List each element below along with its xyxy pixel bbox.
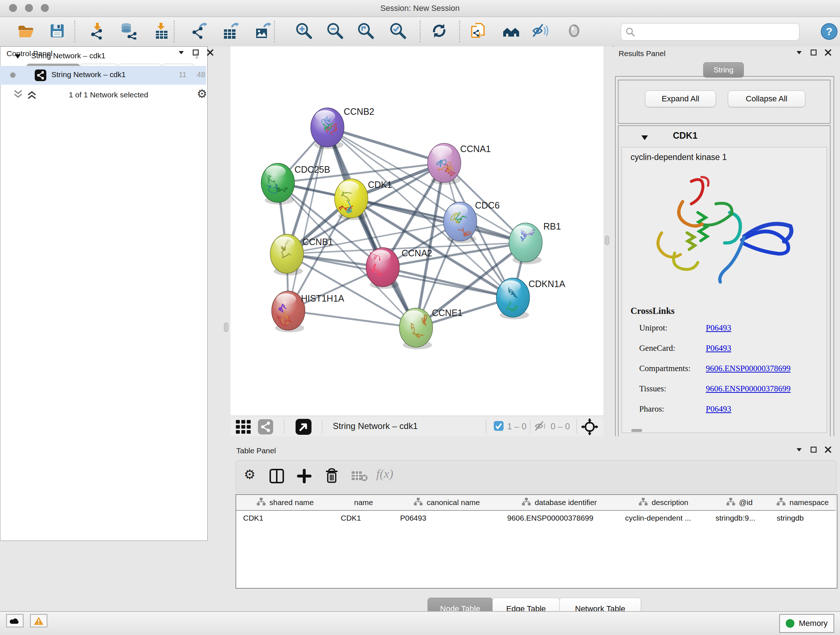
collapse-all-button[interactable]: Collapse All: [728, 90, 805, 107]
right-splitter[interactable]: [603, 46, 612, 436]
tab-string[interactable]: String: [703, 62, 744, 78]
table-cell[interactable]: CDK1: [334, 511, 393, 525]
crosslink-value-link[interactable]: P06493: [706, 404, 731, 414]
zoom-in-icon[interactable]: [295, 22, 313, 40]
gene-detail-box: cyclin-dependent kinase 1 Cros: [622, 147, 827, 433]
node-CCNA1[interactable]: [428, 143, 461, 185]
cloud-status-button[interactable]: [6, 614, 24, 627]
column-label: @id: [739, 498, 753, 507]
edge-HIST1H1A-CCNE1[interactable]: [288, 310, 416, 328]
left-splitter[interactable]: [222, 46, 231, 611]
zoom-fit-icon[interactable]: [357, 22, 374, 40]
gene-section-collapse-icon[interactable]: [641, 135, 648, 141]
show-columns-icon[interactable]: [269, 469, 284, 485]
table-settings-gear-icon[interactable]: ⚙: [244, 467, 256, 482]
zoom-out-icon[interactable]: [326, 22, 344, 40]
node-label-CDKN1A: CDKN1A: [529, 279, 565, 289]
warning-status-button[interactable]: [30, 614, 47, 627]
zoom-selected-icon[interactable]: [389, 22, 407, 40]
column-label: name: [354, 498, 373, 507]
node-CCNA2[interactable]: [366, 248, 399, 289]
save-session-icon[interactable]: [49, 22, 66, 40]
delete-column-icon[interactable]: [324, 468, 339, 485]
crosslink-value-link[interactable]: 9606.ENSP00000378699: [706, 384, 791, 394]
table-cell[interactable]: stringdb:9...: [709, 511, 770, 525]
birds-eye-view-icon[interactable]: [235, 420, 251, 435]
export-network-icon[interactable]: [191, 22, 208, 40]
results-panel: Results Panel String Expand All Collapse…: [615, 46, 840, 437]
panel-float-icon[interactable]: [810, 447, 817, 453]
node-CCNE1[interactable]: [399, 308, 433, 349]
column-header-database-identifier[interactable]: database identifier: [500, 495, 619, 511]
node-RB1[interactable]: [509, 223, 542, 264]
node-CDC6[interactable]: [444, 202, 477, 243]
panel-float-icon[interactable]: [810, 49, 817, 56]
network-options-gear-icon[interactable]: ⚙: [197, 87, 207, 101]
left-splitter-handle[interactable]: [224, 323, 228, 332]
edge-CCNA2-CDKN1A[interactable]: [383, 267, 513, 298]
node-CCNB1[interactable]: [270, 234, 303, 276]
panel-close-icon[interactable]: [825, 49, 831, 56]
search-input[interactable]: [621, 23, 799, 41]
column-type-icon: [414, 497, 423, 508]
panel-close-icon[interactable]: [825, 447, 831, 453]
network-row-selected[interactable]: String Network – cdk1 11 48: [0, 66, 206, 85]
footer-separator: [530, 419, 531, 434]
results-scrollbar-thumb[interactable]: [631, 429, 642, 432]
network-canvas[interactable]: CCNB2CCNA1CDC25BCDK1CDC6RB1CCNB1CCNA2CDK…: [231, 46, 603, 416]
column-header-description[interactable]: description: [618, 495, 709, 511]
column-header-namespace[interactable]: namespace: [770, 495, 836, 511]
network-collection-row[interactable]: String Network – cdk1 1: [0, 47, 206, 66]
table-cell[interactable]: P06493: [393, 511, 500, 525]
edge-CCNB2-CCNA1[interactable]: [327, 127, 444, 163]
table-cell[interactable]: CDK1: [236, 511, 334, 525]
table-cell[interactable]: cyclin-dependent ...: [618, 511, 709, 525]
column-header-name[interactable]: name: [334, 495, 393, 511]
node-CDC25B[interactable]: [261, 163, 294, 204]
node-gloss: [315, 110, 335, 122]
column-header-shared-name[interactable]: shared name: [236, 495, 334, 511]
import-table-from-file-icon[interactable]: [153, 22, 171, 40]
table-cell[interactable]: 9606.ENSP00000378699: [500, 511, 618, 525]
export-image-icon[interactable]: [254, 22, 271, 40]
expand-all-networks-icon[interactable]: [27, 89, 37, 101]
expand-all-button[interactable]: Expand All: [645, 90, 716, 107]
network-selection-summary: 1 of 1 Network selected: [43, 90, 174, 99]
node-CCNB2[interactable]: [311, 108, 344, 149]
node-table[interactable]: shared namenamecanonical namedatabase id…: [235, 494, 837, 589]
open-session-icon[interactable]: [17, 22, 34, 40]
panel-collapse-icon[interactable]: [796, 447, 802, 453]
column-type-icon: [638, 497, 648, 508]
fit-content-crosshair-icon[interactable]: [581, 418, 598, 437]
panel-close-icon[interactable]: [207, 49, 213, 56]
string-panel-toggle-icon[interactable]: [258, 419, 273, 436]
collapse-all-networks-icon[interactable]: [13, 89, 23, 101]
import-network-from-file-icon[interactable]: [89, 22, 107, 40]
panel-collapse-icon[interactable]: [796, 49, 802, 56]
network-graph[interactable]: CCNB2CCNA1CDC25BCDK1CDC6RB1CCNB1CCNA2CDK…: [231, 46, 603, 416]
crosslink-value-link[interactable]: 9606.ENSP00000378699: [706, 364, 791, 373]
refresh-view-icon[interactable]: [431, 22, 448, 40]
right-splitter-handle[interactable]: [605, 236, 609, 245]
clone-network-icon[interactable]: [470, 22, 487, 40]
crosslink-value-link[interactable]: P06493: [706, 344, 731, 353]
show-all-icon[interactable]: [565, 22, 583, 40]
show-graphics-details-icon[interactable]: [502, 22, 520, 40]
crosslink-value-link[interactable]: P06493: [706, 323, 731, 333]
node-CDKN1A[interactable]: [496, 278, 530, 319]
collection-label: String Network – cdk1: [31, 51, 105, 60]
import-network-from-database-icon[interactable]: [120, 22, 137, 40]
export-view-icon[interactable]: [295, 419, 311, 436]
export-table-icon[interactable]: [222, 22, 239, 40]
table-cell[interactable]: stringdb: [770, 511, 835, 525]
node-CDK1[interactable]: [335, 179, 368, 220]
hide-selected-icon[interactable]: [532, 22, 549, 40]
selected-checkbox-icon[interactable]: [494, 421, 504, 432]
column-header--id[interactable]: @id: [709, 495, 770, 511]
node-HIST1H1A[interactable]: [272, 291, 305, 333]
add-column-icon[interactable]: [297, 469, 312, 485]
collection-expand-icon[interactable]: [14, 54, 21, 59]
memory-button[interactable]: Memory: [779, 614, 834, 633]
help-icon[interactable]: ?: [821, 23, 838, 40]
column-header-canonical-name[interactable]: canonical name: [393, 495, 501, 511]
